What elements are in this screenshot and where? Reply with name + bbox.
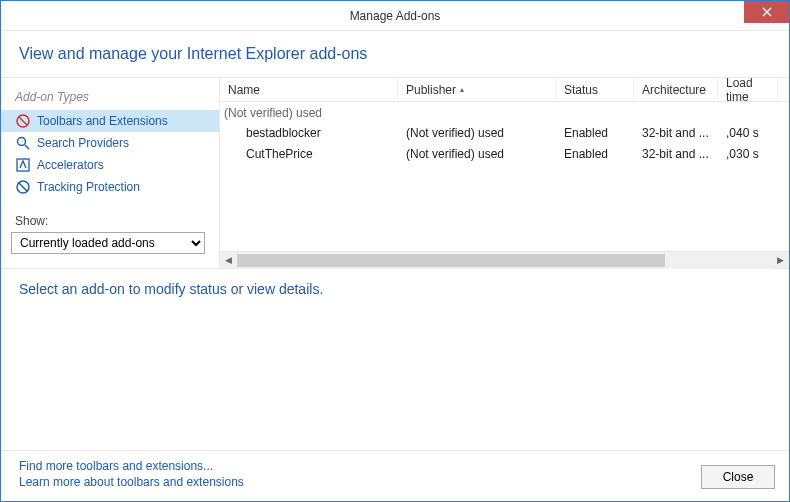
cell-name: bestadblocker: [220, 126, 398, 140]
list-pane: Name Publisher▴ Status Architecture Load…: [219, 78, 789, 268]
list-empty-space: [220, 164, 789, 251]
body: Add-on Types Toolbars and Extensions Sea…: [1, 78, 789, 501]
column-status[interactable]: Status: [556, 78, 634, 101]
header: View and manage your Internet Explorer a…: [1, 31, 789, 78]
toolbar-extensions-icon: [15, 113, 31, 129]
window-title: Manage Add-ons: [1, 9, 789, 23]
cell-status: Enabled: [556, 147, 634, 161]
column-name[interactable]: Name: [220, 78, 398, 101]
sidebar-item-search-providers[interactable]: Search Providers: [1, 132, 219, 154]
svg-point-1: [18, 138, 26, 146]
table-row[interactable]: bestadblocker (Not verified) used Enable…: [220, 122, 789, 143]
search-icon: [15, 135, 31, 151]
sidebar-item-label: Accelerators: [37, 158, 104, 172]
column-headers: Name Publisher▴ Status Architecture Load…: [220, 78, 789, 102]
column-architecture[interactable]: Architecture: [634, 78, 718, 101]
show-select[interactable]: Currently loaded add-ons: [11, 232, 205, 254]
cell-status: Enabled: [556, 126, 634, 140]
header-title: View and manage your Internet Explorer a…: [19, 45, 771, 63]
cell-loadtime: ,030 s: [718, 147, 778, 161]
learn-more-link[interactable]: Learn more about toolbars and extensions: [19, 475, 701, 489]
main-area: Add-on Types Toolbars and Extensions Sea…: [1, 78, 789, 268]
cell-loadtime: ,040 s: [718, 126, 778, 140]
sidebar: Add-on Types Toolbars and Extensions Sea…: [1, 78, 219, 268]
cell-architecture: 32-bit and ...: [634, 126, 718, 140]
sort-ascending-icon: ▴: [460, 85, 464, 94]
sidebar-item-label: Toolbars and Extensions: [37, 114, 168, 128]
column-publisher[interactable]: Publisher▴: [398, 78, 556, 101]
cell-publisher: (Not verified) used: [398, 126, 556, 140]
cell-architecture: 32-bit and ...: [634, 147, 718, 161]
sidebar-item-toolbars-extensions[interactable]: Toolbars and Extensions: [1, 110, 219, 132]
cell-name: CutThePrice: [220, 147, 398, 161]
footer: Find more toolbars and extensions... Lea…: [1, 450, 789, 501]
column-loadtime[interactable]: Load time: [718, 78, 778, 101]
footer-links: Find more toolbars and extensions... Lea…: [19, 459, 701, 489]
close-dialog-button[interactable]: Close: [701, 465, 775, 489]
manage-addons-window: Manage Add-ons View and manage your Inte…: [0, 0, 790, 502]
list-rows: (Not verified) used bestadblocker (Not v…: [220, 102, 789, 164]
sidebar-item-label: Search Providers: [37, 136, 129, 150]
sidebar-item-tracking-protection[interactable]: Tracking Protection: [1, 176, 219, 198]
cell-publisher: (Not verified) used: [398, 147, 556, 161]
sidebar-item-accelerators[interactable]: Accelerators: [1, 154, 219, 176]
scroll-right-button[interactable]: ▶: [772, 252, 789, 269]
accelerator-icon: [15, 157, 31, 173]
titlebar: Manage Add-ons: [1, 1, 789, 31]
show-label: Show:: [1, 198, 219, 230]
find-more-link[interactable]: Find more toolbars and extensions...: [19, 459, 701, 473]
sidebar-heading: Add-on Types: [1, 86, 219, 110]
details-text: Select an add-on to modify status or vie…: [19, 281, 771, 297]
scroll-left-button[interactable]: ◀: [220, 252, 237, 269]
horizontal-scrollbar[interactable]: ◀ ▶: [220, 251, 789, 268]
table-row[interactable]: CutThePrice (Not verified) used Enabled …: [220, 143, 789, 164]
scroll-thumb[interactable]: [237, 254, 665, 267]
details-pane: Select an add-on to modify status or vie…: [1, 268, 789, 450]
sidebar-item-label: Tracking Protection: [37, 180, 140, 194]
group-row: (Not verified) used: [220, 102, 789, 122]
close-button[interactable]: [744, 1, 789, 23]
close-icon: [762, 7, 772, 17]
tracking-protection-icon: [15, 179, 31, 195]
scroll-track[interactable]: [237, 252, 772, 269]
